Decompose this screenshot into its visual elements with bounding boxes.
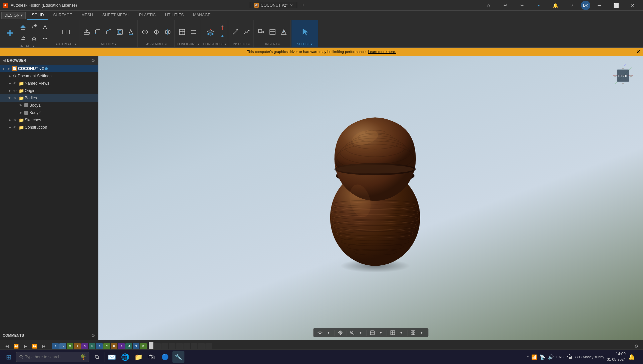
network-icon[interactable]: 📶 [531, 354, 537, 360]
user-btn[interactable]: DK [581, 1, 590, 10]
tl-marker-6[interactable]: S [96, 343, 103, 350]
configure-group-label[interactable]: CONFIGURE ▾ [177, 42, 199, 46]
create-sweep[interactable] [29, 22, 39, 33]
browser-settings-btn[interactable]: ⚙ [91, 58, 95, 63]
volume-icon[interactable]: 🔊 [548, 354, 554, 360]
tl-marker-g6[interactable] [191, 343, 197, 350]
create-revolve[interactable] [18, 33, 28, 44]
modify-group-label[interactable]: MODIFY ▾ [81, 42, 136, 46]
warning-link[interactable]: Learn more here. [368, 50, 396, 54]
insert-group-label[interactable]: INSERT ▾ [256, 42, 289, 46]
vp-dropdown-3[interactable]: ▾ [377, 329, 385, 336]
eye-icon-body1[interactable]: 👁 [18, 103, 23, 108]
tl-marker-3[interactable]: F [74, 343, 81, 350]
create-new-component[interactable] [3, 26, 17, 40]
eye-icon-named-views[interactable]: 👁 [13, 81, 17, 86]
tl-marker-g3[interactable] [169, 343, 175, 350]
create-rib[interactable] [40, 22, 50, 33]
tl-marker-1[interactable]: S [59, 343, 66, 350]
start-btn[interactable]: ⊞ [3, 351, 15, 363]
create-more[interactable] [40, 33, 50, 44]
display-mode-btn[interactable] [369, 329, 376, 336]
modify-press-pull[interactable] [81, 27, 92, 37]
show-desktop-btn[interactable] [638, 351, 640, 363]
tree-item-coconut-v2[interactable]: ▶ 👁 📄 COCONUT v2 [0, 65, 98, 72]
inspect-group-label[interactable]: INSPECT ▾ [230, 42, 252, 46]
minimize-btn[interactable]: ─ [592, 0, 607, 11]
tree-item-bodies[interactable]: ▶ 👁 📁 Bodies [0, 94, 98, 102]
tl-marker-2[interactable]: R [67, 343, 73, 350]
tl-marker-g8[interactable] [205, 343, 212, 350]
create-extrude[interactable] [18, 22, 28, 33]
wifi-icon[interactable]: 📡 [540, 354, 545, 360]
tab-mesh[interactable]: MESH [77, 11, 98, 20]
tl-settings-btn[interactable]: ⚙ [632, 342, 640, 350]
eye-icon-bodies[interactable]: 👁 [13, 96, 17, 100]
eye-icon-body2[interactable]: 👁 [18, 110, 23, 115]
automate-sheet-metal[interactable] [59, 25, 73, 39]
assemble-align[interactable] [162, 27, 173, 37]
tl-marker-10[interactable]: M [125, 343, 132, 350]
tl-marker-g1[interactable] [154, 343, 161, 350]
mail-btn[interactable]: ✉️ [106, 351, 118, 363]
undo-btn[interactable]: ↩ [498, 0, 513, 11]
tree-item-construction[interactable]: ▶ 👁 📁 Construction [0, 124, 98, 131]
modify-fillet[interactable] [92, 27, 103, 37]
tray-expand-btn[interactable]: ^ [527, 355, 529, 359]
modify-shell[interactable] [114, 27, 125, 37]
tl-marker-12[interactable]: R [140, 343, 147, 350]
construct-axis[interactable] [218, 24, 226, 32]
search-input[interactable] [25, 355, 78, 359]
view-layout-btn[interactable] [409, 329, 417, 336]
configure-table[interactable] [177, 27, 187, 37]
tl-marker-4[interactable]: S [81, 343, 88, 350]
task-view-btn[interactable]: ⧉ [91, 351, 103, 363]
select-tool[interactable] [297, 25, 312, 39]
grid-origin-btn[interactable] [316, 329, 324, 336]
tl-marker-7[interactable]: R [103, 343, 110, 350]
eye-icon-origin[interactable]: 👁 [13, 88, 17, 93]
create-loft[interactable] [29, 33, 39, 44]
vp-dropdown-1[interactable]: ▾ [325, 329, 332, 336]
browser-back-btn[interactable]: ◀ [3, 58, 6, 63]
maximize-btn[interactable]: ⬜ [608, 0, 624, 11]
tree-item-body1[interactable]: 👁 Body1 [0, 102, 98, 109]
tl-end-btn[interactable]: ⏭ [40, 342, 48, 350]
tab-sheetmetal[interactable]: SHEET METAL [98, 11, 134, 20]
tree-item-doc-settings[interactable]: ▶ ⚙ Document Settings [0, 72, 98, 80]
tree-arrow-coconut[interactable]: ▶ [1, 66, 6, 71]
tree-item-origin[interactable]: ▶ 👁 📁 Origin [0, 87, 98, 94]
tree-arrow-construction[interactable]: ▶ [7, 125, 12, 130]
tl-start-btn[interactable]: ⏮ [3, 342, 11, 350]
create-group-label[interactable]: CREATE ▾ [3, 44, 50, 47]
tree-arrow-doc-settings[interactable]: ▶ [7, 74, 12, 78]
clock-widget[interactable]: 14:09 31-05-2024 [607, 351, 626, 362]
design-mode-btn[interactable]: DESIGN ▾ [1, 12, 26, 19]
tl-marker-11[interactable]: S [133, 343, 139, 350]
3d-model[interactable] [322, 111, 428, 278]
chrome-btn[interactable]: 🔵 [159, 351, 171, 363]
tl-marker-9[interactable]: S [118, 343, 125, 350]
insert-decal[interactable] [278, 27, 289, 37]
assemble-joint[interactable] [140, 27, 150, 37]
tab-solid[interactable]: SOLID [27, 11, 48, 20]
automate-group-label[interactable]: AUTOMATE ▾ [54, 42, 78, 46]
tab-plastic[interactable]: PLASTIC [134, 11, 160, 20]
eye-icon-coconut[interactable]: 👁 [6, 66, 11, 71]
tree-item-named-views[interactable]: ▶ 👁 📁 Named Views [0, 80, 98, 87]
tl-prev-btn[interactable]: ⏪ [12, 342, 20, 350]
redo-btn[interactable]: ↪ [514, 0, 530, 11]
doc-tab-close[interactable]: ✕ [290, 3, 293, 8]
nav-cube[interactable]: Z RIGHT ▲ ▼ ◀ ▶ [610, 62, 636, 89]
store-btn[interactable]: 🛍 [146, 351, 158, 363]
vp-dropdown-4[interactable]: ▾ [398, 329, 405, 336]
tl-marker-g5[interactable] [183, 343, 190, 350]
warning-close[interactable]: ✕ [636, 49, 640, 55]
comments-settings-btn[interactable]: ⚙ [91, 333, 95, 338]
vp-dropdown-5[interactable]: ▾ [418, 329, 425, 336]
grid-btn[interactable] [389, 329, 396, 336]
notifications-btn[interactable]: 🔔 [548, 0, 563, 11]
insert-derive[interactable] [256, 27, 266, 37]
construct-group-label[interactable]: CONSTRUCT ▾ [203, 42, 226, 46]
tl-play-btn[interactable]: ▶ [21, 342, 29, 350]
